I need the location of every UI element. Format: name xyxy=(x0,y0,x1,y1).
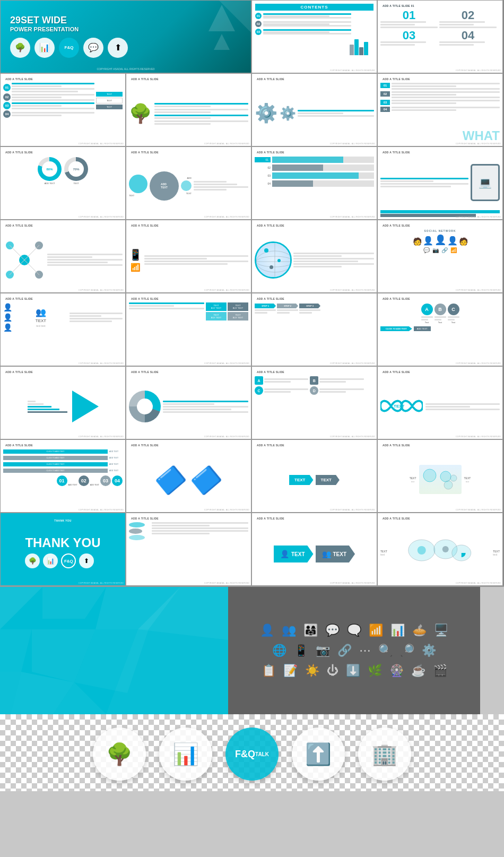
slide-grid: 29SET WIDE POWER PRESENTATION 🌳 📊 F&Q 💬 … xyxy=(0,0,504,586)
slide-19-title: ADD A TITLE SLIDE xyxy=(380,296,500,301)
slide-5[interactable]: ADD A TITLE SLIDE 🌳 COPYRIGHT ASADAL. AL… xyxy=(126,73,251,146)
num-03: 03 xyxy=(100,475,111,486)
slide-21[interactable]: ADD A TITLE SLIDE COPYRIGHT ASADAL. ALL … xyxy=(126,366,251,439)
slide-27[interactable]: ADD A TITLE SLIDE TEXTtext TEXTtext COPY… xyxy=(377,439,503,513)
slide-contents[interactable]: CONTENTS 01 02 03 xyxy=(251,0,377,73)
s23-copyright: COPYRIGHT ASADAL. ALL RIGHTS RESERVED xyxy=(456,436,501,438)
thankyou-icon-1: 🌳 xyxy=(25,553,40,568)
s15-copyright: COPYRIGHT ASADAL. ALL RIGHTS RESERVED xyxy=(456,289,501,291)
icon-dots: ⋯ xyxy=(359,644,371,657)
slide-10-title: ADD A TITLE SLIDE xyxy=(255,149,374,154)
slide-13[interactable]: ADD A TITLE SLIDE 📱 📶 COPYRIGHT ASADAL. … xyxy=(126,220,251,293)
thankyou-icon-3: F&Q xyxy=(61,553,76,568)
icon-family: 👨‍👩‍👧 xyxy=(303,624,318,637)
step2-label: STEP 2 xyxy=(277,304,298,308)
icon-person: 👤 xyxy=(260,624,274,637)
slide-29-title: ADD A TITLE SLIDE xyxy=(129,515,248,521)
slide-25-title: ADD A TITLE SLIDE xyxy=(129,442,248,447)
slide-25[interactable]: ADD A TITLE SLIDE 🔷 🔷 COPYRIGHT ASADAL. … xyxy=(126,439,251,513)
slide-14-title: ADD A TITLE SLIDE xyxy=(255,222,374,228)
icon-search1: 🔍 xyxy=(378,644,393,657)
slide-4-title: ADD A TITLE SLIDE xyxy=(3,76,123,81)
slide-31[interactable]: ADD A TITLE SLIDE TEXTtext TEXTtext xyxy=(377,513,503,586)
slide-thankyou[interactable]: THANK YOU THANK YOU 🌳 📊 F&Q ⬆ COPYRIGHT … xyxy=(0,513,126,586)
icon-tablet: 📱 xyxy=(294,644,308,657)
s10-copyright: COPYRIGHT ASADAL. ALL RIGHTS RESERVED xyxy=(330,216,375,218)
slide-4[interactable]: ADD A TITLE SLIDE 01 02 03 xyxy=(0,73,126,146)
contents-text-2 xyxy=(263,21,373,27)
svg-point-16 xyxy=(418,546,426,555)
slide-15-title: ADD A TITLE SLIDE xyxy=(380,222,500,228)
s12-copyright: COPYRIGHT ASADAL. ALL RIGHTS RESERVED xyxy=(79,289,124,291)
contents-text-1 xyxy=(263,13,373,19)
slide-14[interactable]: ADD A TITLE SLIDE xyxy=(251,220,377,293)
slide-20[interactable]: ADD A TITLE SLIDE COPYRIGHT ASADAL. ALL … xyxy=(0,366,126,439)
s19-copyright: COPYRIGHT ASADAL. ALL RIGHTS RESERVED xyxy=(456,362,501,365)
cta-label-2: CLICK TO ADD TEXT xyxy=(3,456,108,460)
slide-21-title: ADD A TITLE SLIDE xyxy=(129,369,248,374)
icon-chat2: 🗨️ xyxy=(347,624,361,637)
icon-chat1: 💬 xyxy=(325,624,340,637)
slide-8[interactable]: ADD A TITLE SLIDE 80% ADD TEXT 70% TEXT … xyxy=(0,146,126,220)
bottom-right-panel: 👤 👥 👨‍👩‍👧 💬 🗨️ 📶 📊 🥧 🖥️ 🌐 📱 📷 🔗 ⋯ 🔍 🔎 ⚙️… xyxy=(228,587,480,714)
slide-hero[interactable]: 29SET WIDE POWER PRESENTATION 🌳 📊 F&Q 💬 … xyxy=(0,0,251,73)
asset-tree: 🌳 xyxy=(93,728,146,781)
s3-copyright: COPYRIGHT ASADAL. ALL RIGHTS RESERVED xyxy=(456,70,501,72)
s13-copyright: COPYRIGHT ASADAL. ALL RIGHTS RESERVED xyxy=(204,289,249,291)
thankyou-label: THANK YOU xyxy=(51,517,74,524)
what-label: WHAT xyxy=(463,128,500,143)
slide-6[interactable]: ADD A TITLE SLIDE ⚙️ ⚙️ COPYRIGHT ASADAL… xyxy=(251,73,377,146)
slide-17[interactable]: ADD A TITLE SLIDE TEXTBUY TEXT TEXTBUY T… xyxy=(126,293,251,366)
slide-22[interactable]: ADD A TITLE SLIDE A B C D xyxy=(251,366,377,439)
contents-text-3 xyxy=(263,29,373,34)
slide-7[interactable]: ADD A TITLE SLIDE 01 02 03 04 xyxy=(377,73,503,146)
s22-copyright: COPYRIGHT ASADAL. ALL RIGHTS RESERVED xyxy=(330,436,375,438)
slide-18[interactable]: ADD A TITLE SLIDE STEP 1 STEP 2 STEP 3 C… xyxy=(251,293,377,366)
s31-copyright: COPYRIGHT ASADAL. ALL RIGHTS RESERVED xyxy=(456,582,501,584)
s27-copyright: COPYRIGHT ASADAL. ALL RIGHTS RESERVED xyxy=(456,509,501,511)
slide-27-title: ADD A TITLE SLIDE xyxy=(380,442,500,447)
slide-7-title: ADD A TITLE SLIDE xyxy=(380,76,500,81)
svg-text:TEXT: TEXT xyxy=(394,404,405,409)
cta-row-1: CLICK TO ADD TEXT ADD TEXT xyxy=(3,449,123,454)
slide-15[interactable]: ADD A TITLE SLIDE SOCIAL NETWORK 🧑 👤 👤 👤… xyxy=(377,220,503,293)
hero-title: 29SET WIDE xyxy=(10,15,241,26)
slide-30[interactable]: ADD A TITLE SLIDE 👤 TEXT 👥 TEXT COPYRIGH… xyxy=(251,513,377,586)
cta-text-4: ADD TEXT xyxy=(109,470,123,472)
slide-26-title: ADD A TITLE SLIDE xyxy=(255,442,374,447)
s14-copyright: COPYRIGHT ASADAL. ALL RIGHTS RESERVED xyxy=(330,289,375,291)
asset-faq: F&QTALK xyxy=(225,728,279,781)
slide-23[interactable]: ADD A TITLE SLIDE TEXT COPYRIGHT ASADAL.… xyxy=(377,366,503,439)
asset-arrow: ⬆️ xyxy=(292,728,345,781)
contents-num-3: 03 xyxy=(255,29,262,35)
hero-icon-arrow: ⬆ xyxy=(108,38,128,58)
asset-building: 🏢 xyxy=(358,728,411,781)
s18-copyright: COPYRIGHT ASADAL. ALL RIGHTS RESERVED xyxy=(330,362,375,365)
s21-copyright: COPYRIGHT ASADAL. ALL RIGHTS RESERVED xyxy=(204,436,249,438)
asset-chart: 📊 xyxy=(159,728,212,781)
icon-monitor: 🖥️ xyxy=(434,624,448,637)
slide-19[interactable]: ADD A TITLE SLIDE A Text B Text C Text xyxy=(377,293,503,366)
step3-label: STEP 3 xyxy=(299,304,320,308)
slide-10[interactable]: ADD A TITLE SLIDE 01 02 03 xyxy=(251,146,377,220)
cta-label-4: CLICK TO ADD TEXT xyxy=(3,469,108,473)
icon-wheel: 🎡 xyxy=(389,664,404,678)
thankyou-text: THANK YOU xyxy=(25,536,100,549)
svg-line-3 xyxy=(24,260,39,275)
slide-26[interactable]: ADD A TITLE SLIDE TEXT TEXT COPYRIGHT AS… xyxy=(251,439,377,513)
slide-24[interactable]: ADD A TITLE SLIDE CLICK TO ADD TEXT ADD … xyxy=(0,439,126,513)
slide-8-title: ADD A TITLE SLIDE xyxy=(3,149,123,154)
s25-copyright: COPYRIGHT ASADAL. ALL RIGHTS RESERVED xyxy=(204,509,249,511)
slide-29[interactable]: ADD A TITLE SLIDE COPYRIGHT ASADAL. ALL … xyxy=(126,513,251,586)
slide-9[interactable]: ADD A TITLE SLIDE TEXT ADDTEXT ADD TEXT xyxy=(126,146,251,220)
bottom-section: 👤 👥 👨‍👩‍👧 💬 🗨️ 📶 📊 🥧 🖥️ 🌐 📱 📷 🔗 ⋯ 🔍 🔎 ⚙️… xyxy=(0,586,504,714)
hero-icon-talk: 💬 xyxy=(83,38,103,58)
slide-11[interactable]: ADD A TITLE SLIDE 💻 COPYRIGHT ASADAL. AL… xyxy=(377,146,503,220)
slide-24-title: ADD A TITLE SLIDE xyxy=(3,442,123,447)
thankyou-icons-row: 🌳 📊 F&Q ⬆ xyxy=(25,553,94,568)
slide-30-title: ADD A TITLE SLIDE xyxy=(255,515,374,521)
icon-bar-chart: 📊 xyxy=(390,624,405,637)
slide-16[interactable]: ADD A TITLE SLIDE 👤 👤 👤 👥 TEXT text text xyxy=(0,293,126,366)
slide-12[interactable]: ADD A TITLE SLIDE xyxy=(0,220,126,293)
slide-numbers[interactable]: ADD A TITLE SLIDE 01 01 02 03 04 xyxy=(377,0,503,73)
